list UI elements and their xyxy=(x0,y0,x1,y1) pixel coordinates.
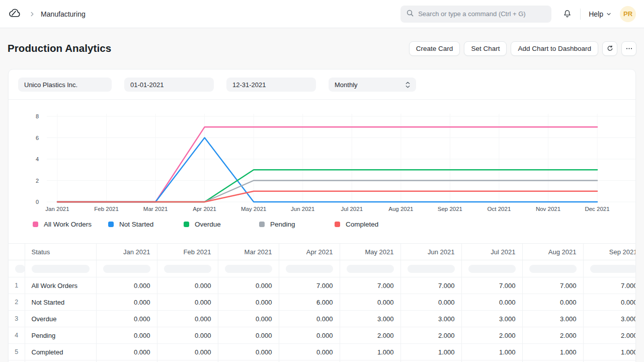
help-menu[interactable]: Help xyxy=(589,10,612,18)
column-header[interactable]: Status xyxy=(25,244,96,260)
filter-cell[interactable] xyxy=(400,260,461,277)
column-header[interactable]: Jan 2021 xyxy=(96,244,157,260)
value-cell[interactable]: 0.000 xyxy=(218,277,279,294)
status-cell[interactable]: Pending xyxy=(25,327,96,344)
filter-cell[interactable] xyxy=(279,260,340,277)
column-header[interactable]: Aug 2021 xyxy=(522,244,583,260)
column-filter-input[interactable] xyxy=(225,265,272,273)
value-cell[interactable]: 0.000 xyxy=(218,311,279,327)
column-header[interactable]: Apr 2021 xyxy=(279,244,340,260)
column-filter-input[interactable] xyxy=(103,265,150,273)
value-cell[interactable]: 0.000 xyxy=(218,344,279,360)
search-input[interactable] xyxy=(418,10,546,18)
app-logo-icon[interactable] xyxy=(8,7,22,21)
value-cell[interactable]: 0.000 xyxy=(218,294,279,311)
breadcrumb-chevron-icon xyxy=(29,11,36,18)
value-cell[interactable]: 3.000 xyxy=(461,311,522,327)
value-cell[interactable]: 1.000 xyxy=(400,344,461,360)
column-header[interactable]: Sep 2021 xyxy=(583,244,635,260)
value-cell[interactable]: 1.000 xyxy=(461,344,522,360)
status-cell[interactable]: Completed xyxy=(25,344,96,360)
filter-cell[interactable] xyxy=(522,260,583,277)
value-cell[interactable]: 0.000 xyxy=(96,311,157,327)
set-chart-button[interactable]: Set Chart xyxy=(464,41,507,56)
status-cell[interactable]: Not Started xyxy=(25,294,96,311)
add-chart-to-dashboard-button[interactable]: Add Chart to Dashboard xyxy=(511,41,598,56)
value-cell[interactable]: 0.000 xyxy=(157,311,218,327)
column-filter-input[interactable] xyxy=(590,265,636,273)
value-cell[interactable]: 0.000 xyxy=(400,294,461,311)
value-cell[interactable]: 2.000 xyxy=(583,327,635,344)
value-cell[interactable]: 0.000 xyxy=(340,294,400,311)
value-cell[interactable]: 3.000 xyxy=(583,311,635,327)
value-cell[interactable]: 0.000 xyxy=(96,344,157,360)
column-filter-input[interactable] xyxy=(408,265,455,273)
filter-cell[interactable] xyxy=(9,260,25,277)
value-cell[interactable]: 0.000 xyxy=(583,294,635,311)
avatar[interactable]: PR xyxy=(620,6,636,22)
value-cell[interactable]: 3.000 xyxy=(340,311,400,327)
column-filter-input[interactable] xyxy=(468,265,516,273)
value-cell[interactable]: 0.000 xyxy=(461,294,522,311)
status-cell[interactable]: All Work Orders xyxy=(25,277,96,294)
value-cell[interactable]: 7.000 xyxy=(400,277,461,294)
value-cell[interactable]: 0.000 xyxy=(96,327,157,344)
status-cell[interactable]: Overdue xyxy=(25,311,96,327)
value-cell[interactable]: 2.000 xyxy=(340,327,400,344)
frequency-select[interactable]: Monthly xyxy=(329,78,416,92)
value-cell[interactable]: 7.000 xyxy=(461,277,522,294)
value-cell[interactable]: 1.000 xyxy=(522,344,583,360)
value-cell[interactable]: 2.000 xyxy=(400,327,461,344)
value-cell[interactable]: 0.000 xyxy=(157,327,218,344)
more-options-button[interactable] xyxy=(621,41,636,56)
value-cell[interactable]: 0.000 xyxy=(157,344,218,360)
value-cell[interactable]: 2.000 xyxy=(522,327,583,344)
column-filter-input[interactable] xyxy=(529,265,577,273)
value-cell[interactable]: 0.000 xyxy=(157,277,218,294)
column-filter-input[interactable] xyxy=(164,265,211,273)
column-filter-input[interactable] xyxy=(32,265,90,273)
column-header[interactable]: Mar 2021 xyxy=(218,244,279,260)
value-cell[interactable]: 2.000 xyxy=(461,327,522,344)
value-cell[interactable]: 0.000 xyxy=(96,294,157,311)
to-date-filter-input[interactable] xyxy=(226,78,316,92)
column-header[interactable]: Jun 2021 xyxy=(400,244,461,260)
value-cell[interactable]: 0.000 xyxy=(157,294,218,311)
company-filter-input[interactable] xyxy=(18,78,112,92)
global-search[interactable] xyxy=(400,6,551,23)
value-cell[interactable]: 1.000 xyxy=(340,344,400,360)
value-cell[interactable]: 1.000 xyxy=(583,344,635,360)
breadcrumb[interactable]: Manufacturing xyxy=(41,10,86,18)
value-cell[interactable]: 6.000 xyxy=(279,294,340,311)
column-header[interactable]: Jul 2021 xyxy=(461,244,522,260)
filter-cell[interactable] xyxy=(461,260,522,277)
value-cell[interactable]: 0.000 xyxy=(522,294,583,311)
create-card-button[interactable]: Create Card xyxy=(409,41,460,56)
page-actions: Create Card Set Chart Add Chart to Dashb… xyxy=(409,41,636,56)
notifications-button[interactable] xyxy=(562,9,572,19)
value-cell[interactable]: 0.000 xyxy=(96,277,157,294)
refresh-button[interactable] xyxy=(602,41,617,56)
value-cell[interactable]: 0.000 xyxy=(279,311,340,327)
value-cell[interactable]: 7.000 xyxy=(279,277,340,294)
column-filter-input[interactable] xyxy=(15,265,25,273)
filter-cell[interactable] xyxy=(340,260,400,277)
value-cell[interactable]: 7.000 xyxy=(522,277,583,294)
value-cell[interactable]: 7.000 xyxy=(583,277,635,294)
value-cell[interactable]: 3.000 xyxy=(400,311,461,327)
from-date-filter-input[interactable] xyxy=(124,78,214,92)
filter-cell[interactable] xyxy=(96,260,157,277)
filter-cell[interactable] xyxy=(157,260,218,277)
column-header[interactable]: May 2021 xyxy=(340,244,400,260)
column-filter-input[interactable] xyxy=(347,265,394,273)
value-cell[interactable]: 0.000 xyxy=(279,344,340,360)
filter-cell[interactable] xyxy=(25,260,96,277)
value-cell[interactable]: 7.000 xyxy=(340,277,400,294)
value-cell[interactable]: 0.000 xyxy=(218,327,279,344)
column-filter-input[interactable] xyxy=(286,265,333,273)
filter-cell[interactable] xyxy=(583,260,635,277)
value-cell[interactable]: 3.000 xyxy=(522,311,583,327)
filter-cell[interactable] xyxy=(218,260,279,277)
value-cell[interactable]: 0.000 xyxy=(279,327,340,344)
column-header[interactable]: Feb 2021 xyxy=(157,244,218,260)
